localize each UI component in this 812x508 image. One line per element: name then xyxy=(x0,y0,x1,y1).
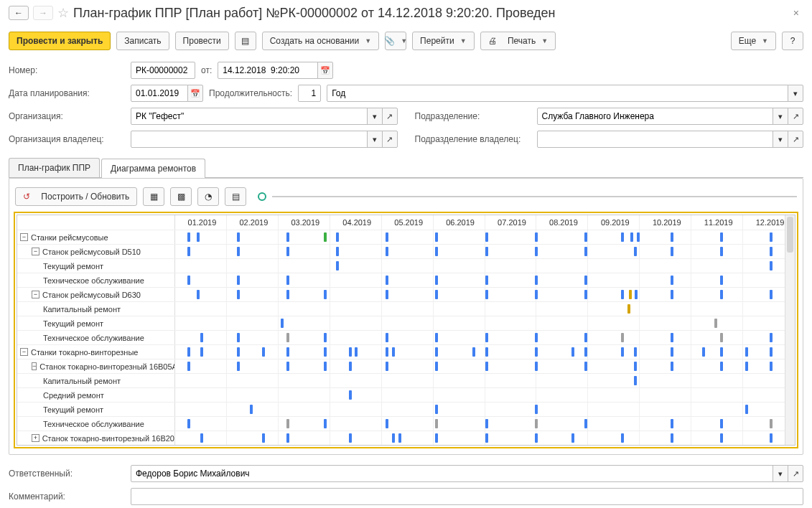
gantt-marker[interactable] xyxy=(584,232,587,242)
gantt-marker[interactable] xyxy=(535,247,538,256)
gantt-marker[interactable] xyxy=(584,247,587,256)
gantt-marker[interactable] xyxy=(237,290,240,299)
collapse-icon[interactable]: − xyxy=(20,348,28,356)
gantt-marker[interactable] xyxy=(485,232,488,242)
collapse-icon[interactable]: − xyxy=(32,362,37,370)
open-button[interactable]: ↗ xyxy=(788,108,803,125)
gantt-marker[interactable] xyxy=(324,333,327,342)
gantt-marker[interactable] xyxy=(770,290,773,299)
gantt-row[interactable]: Средний ремонт xyxy=(17,387,795,402)
gantt-marker[interactable] xyxy=(745,347,748,357)
more-button[interactable]: Еще▼ xyxy=(731,32,776,50)
gantt-marker[interactable] xyxy=(286,276,289,285)
gantt-marker[interactable] xyxy=(630,232,633,242)
open-button[interactable]: ↗ xyxy=(382,108,398,125)
gantt-marker[interactable] xyxy=(770,261,773,271)
gantt-marker[interactable] xyxy=(720,347,723,357)
gantt-marker[interactable] xyxy=(324,362,327,371)
gantt-row[interactable]: Текущий ремонт xyxy=(17,316,795,330)
gantt-marker[interactable] xyxy=(745,405,748,414)
gantt-row[interactable]: Текущий ремонт xyxy=(17,258,795,273)
save-button[interactable]: Записать xyxy=(116,32,169,50)
favorite-star-icon[interactable]: ☆ xyxy=(57,5,69,21)
gantt-marker[interactable] xyxy=(634,347,637,357)
gantt-marker[interactable] xyxy=(349,362,352,371)
gantt-marker[interactable] xyxy=(200,433,203,443)
gantt-marker[interactable] xyxy=(485,333,488,342)
gantt-marker[interactable] xyxy=(584,290,587,299)
gantt-marker[interactable] xyxy=(435,405,438,414)
dropdown-button[interactable]: ▾ xyxy=(773,108,788,125)
gantt-row[interactable]: −Станки токарно-винторезные xyxy=(17,344,795,359)
gantt-marker[interactable] xyxy=(197,232,200,242)
plan-date-input[interactable] xyxy=(131,85,188,102)
gantt-marker[interactable] xyxy=(187,362,190,371)
gantt-marker[interactable] xyxy=(355,347,358,357)
gantt-marker[interactable] xyxy=(200,333,203,342)
gantt-marker[interactable] xyxy=(392,347,395,357)
gantt-marker[interactable] xyxy=(485,290,488,299)
gantt-marker[interactable] xyxy=(720,247,723,256)
vertical-scrollbar[interactable] xyxy=(785,215,795,445)
responsible-input[interactable] xyxy=(131,465,773,482)
gantt-row[interactable]: Техническое обслуживание xyxy=(17,330,795,344)
gantt-marker[interactable] xyxy=(720,232,723,242)
gantt-marker[interactable] xyxy=(584,347,587,357)
gantt-marker[interactable] xyxy=(286,290,289,299)
gantt-marker[interactable] xyxy=(435,247,438,256)
gantt-marker[interactable] xyxy=(237,362,240,371)
gantt-marker[interactable] xyxy=(324,290,327,299)
gantt-marker[interactable] xyxy=(262,433,265,443)
gantt-marker[interactable] xyxy=(237,232,240,242)
open-button[interactable]: ↗ xyxy=(788,131,803,148)
gantt-marker[interactable] xyxy=(629,290,632,299)
attachments-button[interactable]: 📎▼ xyxy=(385,32,406,50)
calendar-button[interactable]: 📅 xyxy=(317,62,333,79)
gantt-row[interactable]: Текущий ремонт xyxy=(17,402,795,416)
gantt-marker[interactable] xyxy=(485,347,488,357)
gantt-marker[interactable] xyxy=(336,232,339,242)
gantt-marker[interactable] xyxy=(485,276,488,285)
collapse-icon[interactable]: − xyxy=(20,233,28,241)
build-refresh-button[interactable]: ↺ Построить / Обновить xyxy=(15,187,137,206)
gantt-row[interactable]: −Станок токарно-винторезный 16В05А xyxy=(17,359,795,373)
gantt-row[interactable]: +Станок токарно-винторезный 16В20 xyxy=(17,431,795,445)
duration-unit-select[interactable] xyxy=(327,85,788,102)
gantt-marker[interactable] xyxy=(770,333,773,342)
goto-button[interactable]: Перейти▼ xyxy=(412,32,474,50)
gantt-marker[interactable] xyxy=(535,433,538,443)
gantt-marker[interactable] xyxy=(485,247,488,256)
document-movement-button[interactable]: ▤ xyxy=(235,32,256,50)
number-input[interactable] xyxy=(131,62,195,79)
gantt-marker[interactable] xyxy=(435,232,438,242)
slider-thumb[interactable] xyxy=(258,192,266,201)
chart-button[interactable]: ◔ xyxy=(197,187,219,206)
gantt-marker[interactable] xyxy=(535,347,538,357)
gantt-marker[interactable] xyxy=(535,405,538,414)
gantt-marker[interactable] xyxy=(485,433,488,443)
gantt-marker[interactable] xyxy=(386,362,388,371)
gantt-row[interactable]: −Станок рейсмусовый D630 xyxy=(17,287,795,301)
gantt-marker[interactable] xyxy=(634,247,637,256)
gantt-marker[interactable] xyxy=(702,347,705,357)
gantt-marker[interactable] xyxy=(770,347,773,357)
view-mode-2-button[interactable]: ▩ xyxy=(170,187,192,206)
gantt-row[interactable]: Капитальный ремонт xyxy=(17,301,795,316)
owner-sub-input[interactable] xyxy=(537,131,774,148)
calendar-button[interactable]: 📅 xyxy=(187,85,203,102)
gantt-marker[interactable] xyxy=(386,419,388,428)
gantt-marker[interactable] xyxy=(637,232,640,242)
gantt-row[interactable]: −Станок рейсмусовый D510 xyxy=(17,244,795,258)
gantt-marker[interactable] xyxy=(720,290,723,299)
report-button[interactable]: ▤ xyxy=(225,187,246,206)
date-input[interactable] xyxy=(218,62,318,79)
gantt-marker[interactable] xyxy=(535,333,538,342)
gantt-row[interactable]: −Станки рейсмусовые xyxy=(17,230,795,244)
gantt-marker[interactable] xyxy=(485,362,488,371)
gantt-marker[interactable] xyxy=(237,247,240,256)
gantt-marker[interactable] xyxy=(535,276,538,285)
gantt-marker[interactable] xyxy=(571,433,574,443)
gantt-marker[interactable] xyxy=(286,333,289,342)
dropdown-button[interactable]: ▾ xyxy=(367,131,383,148)
gantt-marker[interactable] xyxy=(535,362,538,371)
